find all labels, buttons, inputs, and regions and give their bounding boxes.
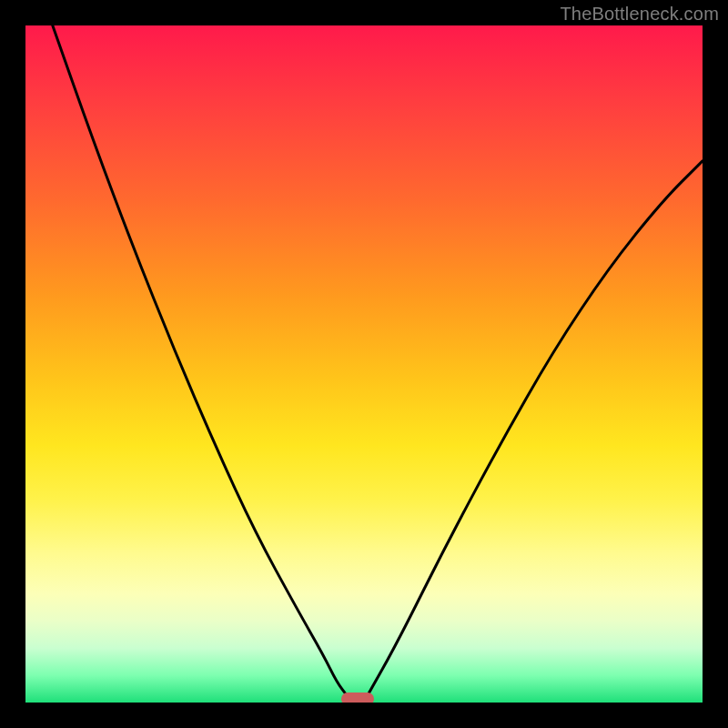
left-curve: [53, 25, 348, 696]
watermark-text: TheBottleneck.com: [560, 4, 719, 25]
curve-layer: [25, 25, 703, 703]
bottleneck-marker: [341, 693, 374, 703]
right-curve: [368, 161, 703, 696]
plot-area: [25, 25, 703, 703]
